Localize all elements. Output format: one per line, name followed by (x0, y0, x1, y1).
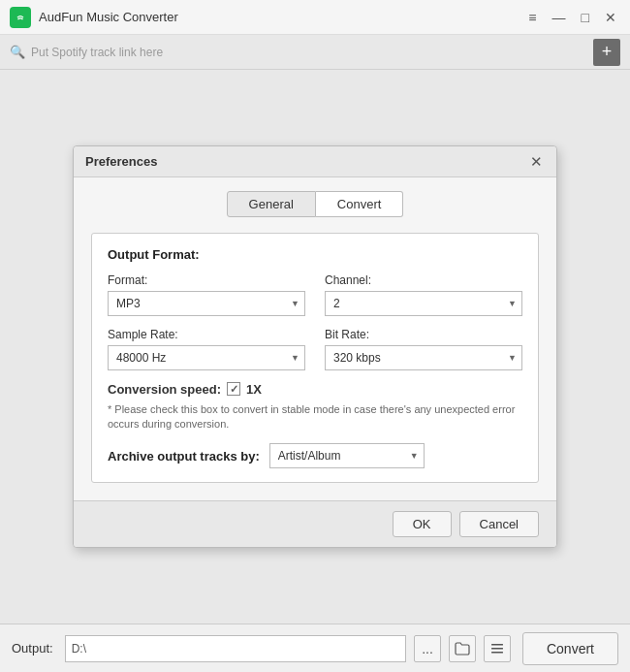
bitrate-select-wrap: 128 kbps 192 kbps 256 kbps 320 kbps (325, 345, 522, 370)
conversion-speed-note: * Please check this box to convert in st… (108, 402, 522, 432)
dialog-close-button[interactable]: ✕ (528, 154, 545, 169)
search-bar: 🔍 Put Spotify track link here + (0, 35, 630, 70)
preferences-dialog: Preferences ✕ General Convert Output For… (73, 145, 557, 549)
archive-row: Archive output tracks by: None Artist Al… (108, 443, 522, 468)
channel-label: Channel: (325, 273, 522, 287)
tab-convert[interactable]: Convert (316, 191, 404, 217)
list-button[interactable] (484, 635, 511, 662)
channel-group: Channel: 1 2 (325, 273, 522, 316)
app-title: AudFun Music Converter (39, 10, 524, 24)
dialog-title: Preferences (85, 154, 157, 169)
bottom-bar: Output: ... Convert (0, 624, 630, 672)
cancel-button[interactable]: Cancel (459, 511, 539, 537)
tab-general[interactable]: General (227, 191, 316, 217)
format-label: Format: (108, 273, 305, 287)
svg-rect-2 (491, 648, 503, 650)
bitrate-select[interactable]: 128 kbps 192 kbps 256 kbps 320 kbps (325, 345, 522, 370)
main-area: Preferences ✕ General Convert Output For… (0, 70, 630, 624)
samplerate-label: Sample Rate: (108, 328, 305, 341)
conversion-speed-checkbox[interactable]: ✓ (227, 382, 240, 396)
svg-rect-3 (491, 652, 503, 654)
channel-select[interactable]: 1 2 (325, 291, 522, 316)
add-track-button[interactable]: + (593, 39, 620, 66)
bitrate-label: Bit Rate: (325, 328, 522, 341)
close-button[interactable]: ✕ (601, 8, 620, 27)
samplerate-select-wrap: 8000 Hz 11025 Hz 16000 Hz 22050 Hz 32000… (108, 345, 305, 370)
title-bar: AudFun Music Converter ≡ — □ ✕ (0, 0, 630, 35)
app-logo (10, 7, 31, 28)
output-format-label: Output Format: (108, 247, 522, 262)
svg-rect-1 (491, 644, 503, 646)
samplerate-bitrate-row: Sample Rate: 8000 Hz 11025 Hz 16000 Hz 2… (108, 328, 522, 370)
dialog-backdrop: Preferences ✕ General Convert Output For… (0, 70, 630, 624)
channel-select-wrap: 1 2 (325, 291, 522, 316)
ok-button[interactable]: OK (393, 511, 452, 537)
maximize-button[interactable]: □ (578, 8, 593, 27)
archive-label: Archive output tracks by: (108, 449, 260, 464)
format-channel-row: Format: MP3 AAC FLAC WAV OGG AIFF (108, 273, 522, 316)
convert-button[interactable]: Convert (522, 632, 618, 665)
menu-icon[interactable]: ≡ (524, 8, 540, 27)
archive-select[interactable]: None Artist Album Artist/Album (269, 443, 425, 468)
dialog-footer: OK Cancel (74, 500, 556, 547)
folder-button[interactable] (449, 635, 476, 662)
conversion-speed-label: Conversion speed: (108, 382, 221, 397)
format-select[interactable]: MP3 AAC FLAC WAV OGG AIFF (108, 291, 305, 316)
dialog-body: General Convert Output Format: Format: M… (74, 177, 556, 501)
window-controls: ≡ — □ ✕ (524, 8, 620, 27)
search-input-placeholder[interactable]: Put Spotify track link here (31, 46, 593, 59)
archive-select-wrap: None Artist Album Artist/Album (269, 443, 425, 468)
convert-content-box: Output Format: Format: MP3 AAC FLAC WAV (91, 233, 539, 484)
samplerate-select[interactable]: 8000 Hz 11025 Hz 16000 Hz 22050 Hz 32000… (108, 345, 305, 370)
search-icon: 🔍 (10, 45, 25, 59)
svg-point-0 (15, 12, 26, 23)
bitrate-group: Bit Rate: 128 kbps 192 kbps 256 kbps 320… (325, 328, 522, 370)
dialog-title-bar: Preferences ✕ (74, 146, 556, 177)
output-path-input[interactable] (65, 635, 406, 662)
output-label: Output: (12, 641, 53, 656)
conversion-speed-row: Conversion speed: ✓ 1X (108, 382, 522, 397)
format-select-wrap: MP3 AAC FLAC WAV OGG AIFF (108, 291, 305, 316)
samplerate-group: Sample Rate: 8000 Hz 11025 Hz 16000 Hz 2… (108, 328, 305, 370)
conversion-speed-value: 1X (246, 382, 262, 397)
minimize-button[interactable]: — (549, 8, 570, 27)
format-group: Format: MP3 AAC FLAC WAV OGG AIFF (108, 273, 305, 316)
browse-dots-button[interactable]: ... (414, 635, 441, 662)
dialog-tabs: General Convert (91, 191, 539, 217)
